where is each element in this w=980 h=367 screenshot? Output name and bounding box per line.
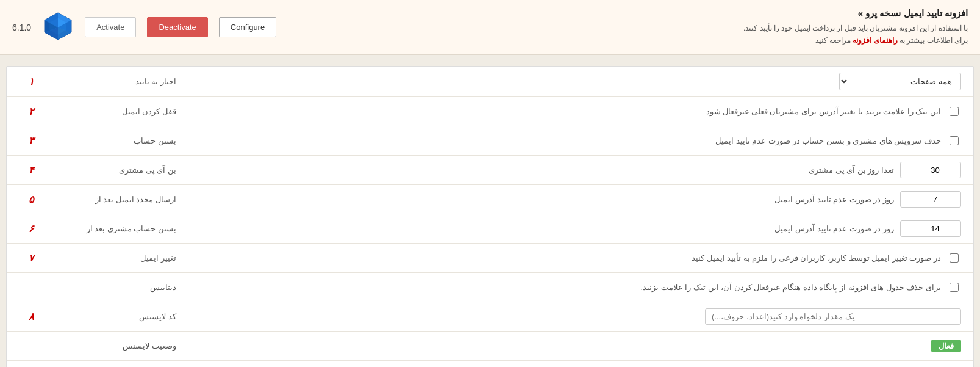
row-force-confirm: همه صفحات صفحه پرداخت صفحه حساب اجبار به…: [7, 67, 973, 97]
close-account-label: بستن حساب: [45, 136, 179, 145]
row-ban-ip: تعدا روز بن آی پی مشتری بن آی پی مشتری ۴: [7, 156, 973, 185]
row7-number: ۷: [25, 252, 37, 264]
close-account-text: حذف سرویس های مشتری و بستن حساب در صورت …: [715, 136, 941, 145]
row-lock-email: این تیک را علامت بزنید تا تغییر آدرس برا…: [7, 97, 973, 126]
plugin-title: افزونه تایید ایمیل نسخه پرو »: [276, 8, 968, 19]
suspend-label: بستن حساب مشتری بعد از: [45, 224, 179, 233]
version-label: 6.1.0: [12, 23, 31, 32]
activate-button[interactable]: Activate: [85, 17, 136, 37]
resend-label: ارسال مجدد ایمیل بعد از: [45, 195, 179, 204]
row-license-code: یک مقدار دلخواه وارد کنید(اعداد، حروف،..…: [7, 302, 973, 332]
header-desc-line2: برای اطلاعات بیشتر به راهنمای افزونه مرا…: [276, 34, 968, 46]
database-label: دیتابیس: [45, 283, 179, 292]
suspend-left-label: روز در صورت عدم تایید آدرس ایمیل: [774, 224, 894, 233]
ban-ip-label: بن آی پی مشتری: [45, 165, 179, 175]
row-access-control: Access Control Choose the admin role gro…: [7, 361, 973, 367]
header-info: افزونه تایید ایمیل نسخه پرو » با استفاده…: [276, 8, 968, 47]
header-desc-line1: با استفاده از این افزونه مشتریان باید قب…: [276, 22, 968, 34]
email-change-checkbox[interactable]: [950, 253, 959, 263]
row4-number: ۴: [25, 164, 37, 176]
pages-select[interactable]: همه صفحات صفحه پرداخت صفحه حساب: [839, 73, 961, 90]
lock-email-checkbox[interactable]: [950, 107, 959, 116]
row-suspend-account: روز در صورت عدم تایید آدرس ایمیل بستن حس…: [7, 214, 973, 244]
settings-panel: همه صفحات صفحه پرداخت صفحه حساب اجبار به…: [6, 66, 974, 367]
license-status-label: وضعیت لایسنس: [45, 341, 179, 351]
row-email-change: در صورت تغییر ایمیل توسط کاربر، کاربران …: [7, 244, 973, 273]
force-confirm-label: اجبار به تایید: [45, 77, 179, 86]
row6-number: ۶: [25, 223, 37, 234]
suspend-days-input[interactable]: [900, 220, 961, 237]
row3-number: ۳: [25, 135, 37, 147]
ban-ip-left-label: تعدا روز بن آی پی مشتری: [809, 165, 894, 175]
database-text: برای حذف جدول های افزونه از پایگاه داده …: [641, 283, 941, 292]
plugin-logo: [42, 10, 74, 44]
close-account-checkbox[interactable]: [950, 136, 959, 145]
email-change-text: در صورت تغییر ایمیل توسط کاربر، کاربران …: [692, 253, 941, 263]
lock-email-text: این تیک را علامت بزنید تا تغییر آدرس برا…: [706, 107, 941, 116]
row5-number: ۵: [25, 194, 37, 205]
license-status-badge: فعال: [931, 340, 961, 352]
row1-number: ۱: [25, 76, 37, 87]
email-change-label: تغییر ایمیل: [45, 253, 179, 263]
database-checkbox[interactable]: [950, 283, 959, 292]
row2-number: ۲: [25, 106, 37, 117]
row-license-status: فعال وضعیت لایسنس ۰: [7, 332, 973, 361]
deactivate-button[interactable]: Deactivate: [147, 17, 207, 37]
lock-email-label: قفل کردن ایمیل: [45, 107, 179, 116]
configure-button[interactable]: Configure: [219, 17, 276, 37]
row-close-account: حذف سرویس های مشتری و بستن حساب در صورت …: [7, 126, 973, 156]
row8-number: ۸: [25, 311, 37, 322]
resend-left-label: روز در صورت عدم تایید آدرس ایمیل: [774, 195, 894, 204]
row-database: برای حذف جدول های افزونه از پایگاه داده …: [7, 273, 973, 302]
page-header: افزونه تایید ایمیل نسخه پرو » با استفاده…: [0, 0, 980, 55]
row-resend-email: روز در صورت عدم تایید آدرس ایمیل ارسال م…: [7, 185, 973, 214]
header-actions: 6.1.0 Activate Deactivate Configure: [12, 10, 276, 44]
license-code-input[interactable]: [705, 308, 961, 325]
ban-ip-days-input[interactable]: [900, 162, 961, 178]
license-label: کد لایسنس: [45, 312, 179, 321]
resend-days-input[interactable]: [900, 191, 961, 208]
help-link[interactable]: راهنمای افزونه: [853, 36, 897, 45]
